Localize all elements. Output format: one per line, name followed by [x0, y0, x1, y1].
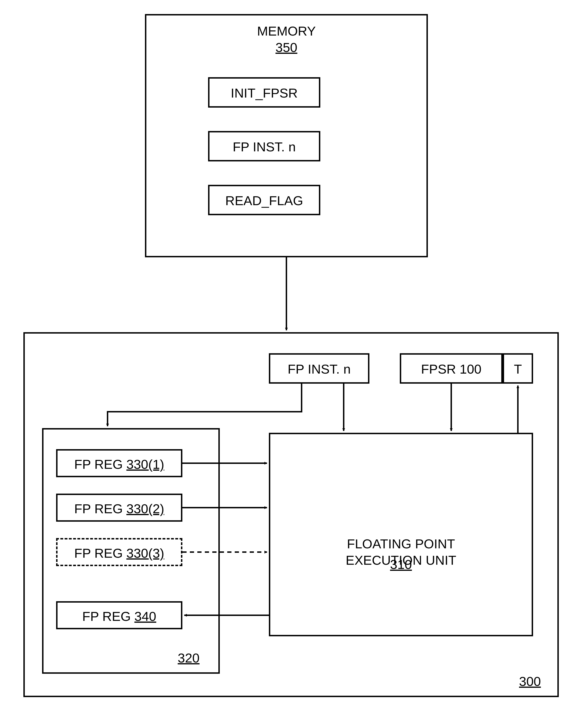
t-label: T [503, 361, 533, 376]
memory-title: MEMORY [145, 23, 428, 38]
fp-reg-1-label: FP REG 330(1) [56, 457, 183, 472]
fpsr-label: FPSR 100 [400, 361, 503, 376]
mem-item-read-flag-label: READ_FLAG [208, 193, 320, 208]
fp-reg-1-num: 330(1) [127, 457, 164, 472]
fp-reg-2-num: 330(2) [127, 501, 164, 516]
memory-ref: 350 [145, 40, 428, 55]
fp-reg-3-num: 330(3) [127, 546, 164, 561]
regfile-ref: 320 [178, 650, 199, 666]
exec-unit-ref: 310 [269, 557, 533, 572]
fp-reg-4-label: FP REG 340 [56, 609, 183, 624]
fp-reg-3-prefix: FP REG [74, 546, 127, 561]
mem-item-fp-inst-label: FP INST. n [208, 139, 320, 154]
fp-inst-label: FP INST. n [269, 361, 369, 376]
fp-reg-4-num: 340 [134, 609, 156, 624]
fp-reg-4-prefix: FP REG [82, 609, 134, 624]
fp-reg-2-prefix: FP REG [74, 501, 127, 516]
diagram-canvas: MEMORY 350 INIT_FPSR FP INST. n READ_FLA… [9, 9, 572, 719]
fp-reg-3-label: FP REG 330(3) [56, 546, 183, 561]
fp-reg-2-label: FP REG 330(2) [56, 501, 183, 516]
mem-item-init-fpsr-label: INIT_FPSR [208, 85, 320, 101]
processor-ref: 300 [519, 674, 541, 689]
fp-reg-1-prefix: FP REG [74, 457, 127, 472]
